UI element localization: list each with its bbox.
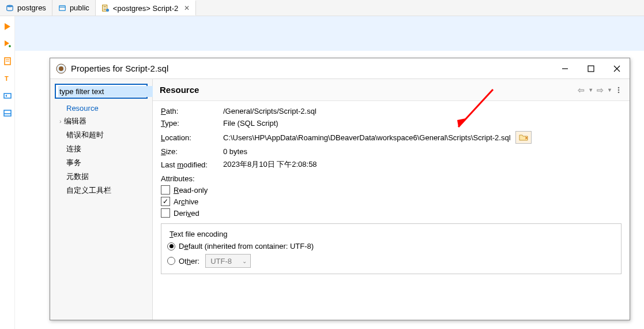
dialog-titlebar: Properties for Script-2.sql [50, 58, 630, 79]
sidebar-item-errors[interactable]: 错误和超时 [55, 128, 148, 142]
svg-rect-8 [4, 110, 11, 116]
close-icon[interactable]: ✕ [184, 4, 190, 12]
radio-icon [167, 242, 175, 251]
sidebar-item-editor[interactable]: ›编辑器 [55, 114, 148, 128]
section-title: Resource [160, 85, 199, 95]
app-icon [56, 63, 66, 74]
sidebar-item-label: Resource [66, 104, 99, 113]
sidebar-item-label: 元数据 [66, 172, 89, 181]
editor-area [15, 16, 644, 51]
script-icon[interactable] [3, 57, 12, 66]
readonly-label: Read-only [174, 186, 208, 195]
text-icon[interactable]: T [3, 74, 12, 83]
maximize-button[interactable] [578, 58, 604, 79]
checkbox-icon [161, 197, 170, 206]
close-button[interactable] [604, 58, 630, 79]
filter-box: ✕ [55, 84, 148, 99]
svg-rect-12 [588, 66, 594, 72]
left-toolbar: T [0, 16, 15, 329]
modified-label: Last modified: [161, 160, 223, 169]
schema-icon [58, 4, 66, 12]
dialog-main: Resource ⇦▼ ⇨▼ Path: /General/Scripts/Sc… [153, 79, 630, 320]
path-value: /General/Scripts/Script-2.sql [223, 107, 317, 115]
svg-rect-7 [4, 94, 11, 98]
encoding-other-radio[interactable]: Other: UTF-8 ⌄ [167, 254, 615, 268]
encoding-default-label: Default (inherited from container: UTF-8… [179, 242, 314, 251]
svg-point-15 [618, 91, 620, 93]
location-value: C:\Users\HP\AppData\Roaming\DBeaverData\… [223, 133, 511, 142]
svg-rect-1 [59, 5, 66, 10]
encoding-select-value: UTF-8 [210, 257, 232, 266]
radio-icon [167, 257, 175, 265]
chevron-right-icon: › [59, 118, 62, 125]
properties-dialog: Properties for Script-2.sql ✕ Resource ›… [50, 58, 630, 320]
checkbox-icon [161, 185, 170, 195]
encoding-select[interactable]: UTF-8 ⌄ [205, 254, 251, 268]
sidebar-item-metadata[interactable]: 元数据 [55, 170, 148, 184]
tab-label: postgres [17, 3, 46, 12]
nav-forward-icon[interactable]: ⇨ [596, 85, 605, 95]
location-label: Location: [161, 133, 223, 142]
tab-postgres[interactable]: postgres [0, 0, 52, 16]
database-icon [6, 4, 14, 12]
chevron-down-icon[interactable]: ▼ [607, 87, 612, 93]
sidebar-item-transaction[interactable]: 事务 [55, 156, 148, 170]
checkbox-icon [161, 208, 170, 218]
sidebar-item-toolbar[interactable]: 自定义工具栏 [55, 184, 148, 197]
editor-tabs: postgres public <postgres> Script-2 ✕ [0, 0, 644, 16]
tab-label: <postgres> Script-2 [113, 4, 178, 13]
show-in-explorer-button[interactable] [515, 131, 532, 144]
size-value: 0 bytes [223, 147, 247, 156]
menu-icon[interactable] [615, 86, 623, 94]
svg-point-0 [7, 5, 13, 7]
encoding-fieldset: Text file encoding Default (inherited fr… [161, 223, 622, 274]
chevron-down-icon[interactable]: ▼ [588, 87, 593, 93]
dialog-title: Properties for Script-2.sql [71, 63, 168, 73]
svg-point-14 [618, 89, 620, 91]
output-icon[interactable] [3, 91, 12, 100]
derived-label: Derived [174, 209, 199, 218]
encoding-legend: Text file encoding [167, 230, 229, 238]
sql-script-icon [101, 4, 110, 12]
sidebar-item-label: 编辑器 [64, 117, 86, 125]
sidebar-item-label: 事务 [66, 158, 81, 167]
run-icon[interactable] [3, 22, 12, 31]
svg-point-4 [106, 9, 109, 12]
run-plus-icon[interactable] [3, 39, 12, 48]
filter-input[interactable] [58, 86, 157, 97]
sidebar-item-label: 连接 [66, 144, 81, 153]
modified-value: 2023年8月10日 下午2:08:58 [223, 159, 317, 170]
sidebar-item-label: 自定义工具栏 [66, 186, 111, 195]
tab-label: public [70, 3, 89, 12]
derived-checkbox-row[interactable]: Derived [161, 208, 622, 218]
svg-text:T: T [5, 75, 9, 82]
type-value: File (SQL Script) [223, 119, 278, 128]
archive-label: Archive [174, 197, 198, 206]
archive-checkbox-row[interactable]: Archive [161, 197, 622, 206]
panel-icon[interactable] [3, 109, 12, 118]
readonly-checkbox-row[interactable]: Read-only [161, 185, 622, 195]
svg-point-13 [618, 87, 620, 88]
chevron-down-icon: ⌄ [242, 258, 247, 264]
sidebar-item-resource[interactable]: Resource [55, 102, 148, 114]
path-label: Path: [161, 107, 223, 115]
encoding-other-label: Other: [179, 257, 199, 266]
type-label: Type: [161, 119, 223, 128]
sidebar-item-connection[interactable]: 连接 [55, 142, 148, 156]
attributes-title: Attributes: [161, 174, 622, 183]
sidebar-item-label: 错误和超时 [66, 130, 104, 139]
minimize-button[interactable] [552, 58, 578, 79]
tab-script-2[interactable]: <postgres> Script-2 ✕ [96, 0, 196, 16]
nav-back-icon[interactable]: ⇦ [577, 85, 586, 95]
encoding-default-radio[interactable]: Default (inherited from container: UTF-8… [167, 242, 615, 251]
tab-public[interactable]: public [52, 0, 96, 16]
dialog-sidebar: ✕ Resource ›编辑器 错误和超时 连接 事务 元数据 自定义工具栏 [50, 79, 153, 320]
section-header: Resource ⇦▼ ⇨▼ [153, 79, 630, 101]
size-label: Size: [161, 147, 223, 156]
folder-open-icon [519, 133, 528, 141]
